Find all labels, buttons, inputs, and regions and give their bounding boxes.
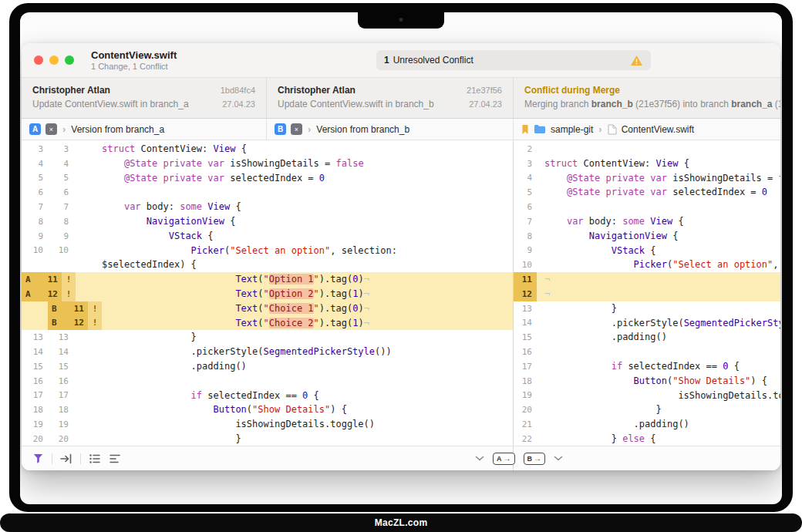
code-token: selectedIndex == — [202, 390, 302, 401]
code-text — [537, 142, 780, 157]
code-line[interactable]: 9 VStack { — [514, 244, 780, 258]
code-line[interactable]: 33struct ContentView: View { — [22, 142, 513, 157]
code-line[interactable]: 12¬ — [514, 287, 780, 301]
code-text: VStack { — [96, 229, 513, 244]
filter-icon[interactable]: × — [45, 123, 57, 135]
code-token: false — [336, 158, 364, 169]
breadcrumb-label[interactable]: Version from branch_b — [316, 124, 409, 135]
code-line[interactable]: 1515 .padding() — [22, 359, 513, 374]
code-line[interactable]: 66 — [22, 185, 513, 200]
code-line[interactable]: 1919 isShowingDetails.toggle() — [22, 417, 513, 432]
code-line[interactable]: 88 NavigationView { — [22, 214, 513, 229]
chevron-down-icon[interactable] — [475, 456, 484, 461]
code-line[interactable]: 3struct ContentView: View { — [514, 157, 780, 171]
code-line[interactable]: B11! Text("Choice 1").tag(0)¬ — [22, 301, 513, 316]
close-button[interactable] — [34, 56, 43, 65]
toolbar-merge-controls: A → B → — [475, 446, 563, 470]
code-line[interactable]: 77 var body: some View { — [22, 200, 513, 214]
code-line[interactable]: 19 isShowingDetails.toggle() — [514, 389, 780, 403]
merge-branch-name: branch_a — [731, 99, 772, 109]
warning-icon — [630, 55, 643, 66]
code-line[interactable]: 99 VStack { — [22, 229, 513, 244]
code-token: 0 — [319, 173, 325, 184]
code-token — [157, 158, 163, 169]
filter-changes-icon[interactable] — [32, 453, 44, 464]
toolbar-separator — [80, 453, 81, 464]
code-token: ).tag( — [319, 274, 352, 285]
code-line[interactable]: 1010 Picker("Select an option", selectio… — [22, 244, 513, 258]
hunk-list-icon[interactable] — [109, 453, 121, 464]
code-line[interactable]: 44 @State private var isShowingDetails =… — [22, 157, 513, 171]
code-line[interactable]: 1414 .pickerStyle(SegmentedPickerStyle()… — [22, 345, 513, 359]
breadcrumb-folder[interactable]: sample-git — [551, 124, 593, 135]
code-token — [544, 173, 567, 184]
code-line[interactable]: 2 — [514, 142, 780, 157]
line-gutter: 2020 — [22, 432, 96, 446]
code-line[interactable]: A11! Text("Option 1").tag(0)¬ — [22, 272, 513, 287]
code-token: { — [672, 216, 683, 227]
code-line[interactable]: 1313 } — [22, 330, 513, 345]
traffic-lights — [22, 56, 74, 65]
camera-notch — [358, 12, 444, 29]
code-line[interactable]: 16 — [514, 345, 780, 359]
unresolved-conflict-badge[interactable]: 1 Unresolved Conflict — [376, 50, 651, 70]
code-line[interactable]: 7 var body: some View { — [514, 214, 780, 229]
code-token: .padding() — [102, 361, 247, 372]
take-version-a-button[interactable]: A → — [493, 453, 515, 465]
line-gutter: 1313 — [22, 330, 96, 345]
version-b-badge[interactable]: B — [275, 123, 286, 135]
code-token: " — [314, 288, 319, 299]
code-token: ( — [258, 274, 263, 285]
code-line[interactable]: 2020 } — [22, 432, 513, 446]
code-line[interactable]: B12! Text("Choice 2").tag(1)¬ — [22, 316, 513, 331]
code-line[interactable]: 10 Picker("Select an option", selection: — [514, 258, 780, 272]
line-number: 13 — [22, 330, 43, 345]
jump-to-change-icon[interactable] — [60, 453, 72, 464]
line-numbers-icon[interactable] — [89, 453, 101, 464]
code-token: { — [202, 231, 213, 241]
code-token: var — [650, 187, 667, 197]
version-a-badge[interactable]: A — [29, 123, 41, 135]
code-line[interactable]: 18 Button("Show Details") { — [514, 374, 780, 389]
line-gutter: 3 — [514, 157, 537, 171]
line-number: 17 — [47, 389, 69, 403]
code-line[interactable]: 4 @State private var isShowingDetails = … — [514, 171, 780, 186]
code-line[interactable]: 17 if selectedIndex == 0 { — [514, 359, 780, 374]
code-line[interactable]: 11¬ — [514, 272, 780, 287]
code-line[interactable]: 21 .padding() — [514, 417, 780, 432]
code-line[interactable]: 1717 if selectedIndex == 0 { — [22, 389, 513, 403]
minimize-button[interactable] — [49, 56, 59, 65]
code-line[interactable]: 15 .padding() — [514, 330, 780, 345]
code-line[interactable]: 6 — [514, 200, 780, 214]
chevron-right-icon: › — [308, 123, 311, 135]
code-text: .padding() — [537, 417, 780, 432]
code-token: Picker — [634, 259, 667, 270]
document-icon — [608, 124, 617, 135]
code-token — [157, 173, 163, 184]
code-line[interactable]: 22 } else { — [514, 432, 780, 446]
line-gutter — [22, 258, 96, 272]
code-line[interactable]: 14 .pickerStyle(SegmentedPickerStyle()) — [514, 316, 780, 331]
code-token: var — [567, 216, 584, 227]
code-line[interactable]: 5 @State private var selectedIndex = 0 — [514, 185, 780, 200]
code-line[interactable]: 1616 — [22, 374, 513, 389]
take-version-b-button[interactable]: B → — [524, 453, 546, 465]
diff-editor: 33struct ContentView: View {44 @State pr… — [22, 140, 780, 446]
code-line[interactable]: 20 } — [514, 402, 780, 417]
breadcrumb-label[interactable]: Version from branch_a — [71, 124, 164, 135]
zoom-button[interactable] — [65, 56, 74, 65]
line-number: 4 — [22, 157, 43, 171]
code-line[interactable]: $selectedIndex) { — [22, 258, 513, 272]
breadcrumb-file[interactable]: ContentView.swift — [622, 124, 695, 135]
chevron-down-icon[interactable] — [554, 456, 563, 461]
code-line[interactable]: 1818 Button("Show Details") { — [22, 402, 513, 417]
code-line[interactable]: A12! Text("Option 2").tag(1)¬ — [22, 287, 513, 301]
code-line[interactable]: 55 @State private var selectedIndex = 0 — [22, 171, 513, 186]
line-gutter: B11! — [22, 301, 96, 316]
code-line[interactable]: 13 } — [514, 301, 780, 316]
code-token: @State — [124, 173, 157, 184]
code-token: { — [224, 216, 235, 227]
code-token: ) { — [750, 375, 767, 386]
code-line[interactable]: 8 NavigationView { — [514, 229, 780, 244]
filter-icon[interactable]: × — [291, 123, 302, 135]
